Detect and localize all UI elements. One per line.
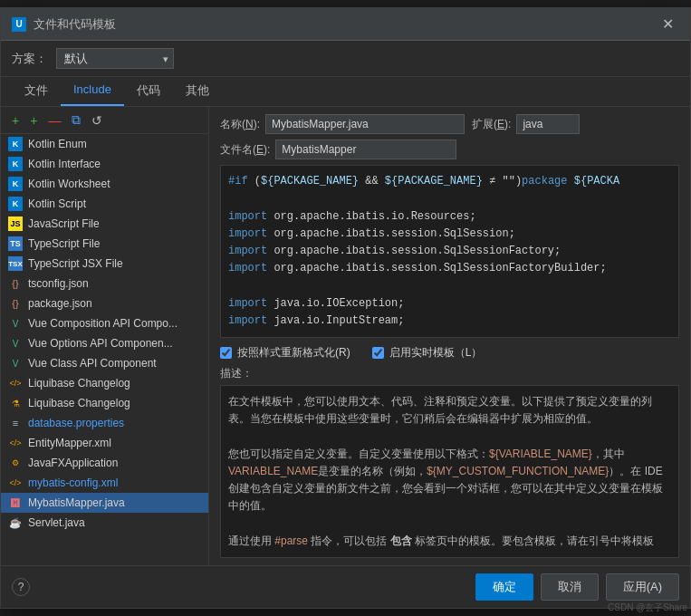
cancel-button[interactable]: 取消: [541, 573, 599, 601]
footer-buttons: ? 确定 取消 应用(A) CSDN @玄子Share: [1, 565, 690, 608]
liquibase-icon: ⚗: [8, 396, 23, 410]
right-panel: 名称(N): 扩展(E): 文件名(E): #if (${PACKAGE_NAM…: [209, 107, 690, 564]
ext-label: 扩展(E):: [472, 117, 511, 132]
entity-mapper-icon: </>: [8, 436, 23, 450]
js-file-icon: JS: [8, 217, 23, 231]
file-item-label: mybatis-config.xml: [28, 476, 118, 489]
code-line: import org.apache.ibatis.session.SqlSess…: [228, 260, 671, 277]
package-json-icon: {}: [8, 296, 23, 311]
live-template-checkbox-group: 启用实时模板（L）: [372, 345, 483, 361]
file-item-label: Vue Options API Componen...: [28, 337, 173, 350]
kotlin-interface-icon: K: [8, 157, 23, 171]
desc-para-3: 通过使用 #parse 指令，可以包括 包含 标签页中的模板。要包含模板，请在引…: [228, 533, 671, 550]
add-button-2[interactable]: +: [26, 111, 41, 130]
dialog: U 文件和代码模板 ✕ 方案： 默认 文件 Include 代码 其他 + + …: [0, 7, 691, 608]
file-item-label: TypeScript JSX File: [28, 257, 123, 270]
close-button[interactable]: ✕: [657, 14, 679, 34]
vue-composition-icon: V: [8, 316, 23, 331]
file-item-label: MybatisMapper.java: [28, 496, 125, 509]
remove-button[interactable]: —: [44, 111, 64, 130]
kotlin-enum-icon: K: [8, 137, 23, 151]
confirm-button[interactable]: 确定: [475, 573, 533, 601]
list-item[interactable]: TS TypeScript File: [1, 234, 208, 254]
file-toolbar: + + — ⧉ ↺: [1, 107, 208, 134]
file-item-label: TypeScript File: [28, 237, 100, 250]
filename-input[interactable]: [275, 140, 456, 159]
app-icon: U: [12, 17, 26, 32]
ext-input[interactable]: [516, 114, 580, 134]
list-item[interactable]: K Kotlin Script: [1, 194, 208, 214]
scheme-label: 方案：: [12, 51, 47, 67]
apply-button[interactable]: 应用(A): [606, 573, 679, 601]
tabs-row: 文件 Include 代码 其他: [1, 77, 690, 107]
filename-row: 文件名(E):: [209, 138, 690, 165]
footer-left: ?: [12, 573, 30, 601]
dialog-title: 文件和代码模板: [34, 16, 116, 33]
mybatis-mapper-icon: 🅼: [8, 496, 23, 510]
file-item-label: Liquibase Changelog: [28, 377, 130, 390]
name-input[interactable]: [265, 114, 465, 134]
liquibase-xml-icon: </>: [8, 376, 23, 390]
file-item-label: Vue Composition API Compo...: [28, 317, 178, 330]
servlet-icon: ☕: [8, 515, 23, 530]
add-button-1[interactable]: +: [8, 111, 23, 130]
list-item[interactable]: {} package.json: [1, 294, 208, 313]
refresh-button[interactable]: ↺: [88, 111, 106, 130]
reformat-checkbox-group: 按照样式重新格式化(R): [220, 345, 350, 361]
list-item[interactable]: JS JavaScript File: [1, 214, 208, 234]
tsx-file-icon: TSX: [8, 256, 23, 271]
desc-label: 描述：: [209, 364, 690, 383]
desc-box: 在文件模板中，您可以使用文本、代码、注释和预定义变量。以下提供了预定义变量的列表…: [220, 385, 679, 558]
checkbox-row: 按照样式重新格式化(R) 启用实时模板（L）: [209, 342, 690, 364]
db-props-icon: ≡: [8, 416, 23, 430]
copy-button[interactable]: ⧉: [68, 111, 84, 130]
kotlin-worksheet-icon: K: [8, 177, 23, 191]
javafx-icon: ⚙: [8, 456, 23, 470]
code-line: import org.apache.ibatis.io.Resources;: [228, 208, 671, 226]
tab-code[interactable]: 代码: [124, 77, 173, 106]
file-item-label: JavaFXApplication: [28, 457, 118, 469]
desc-para-2: 您也可以指定自定义变量。自定义变量使用以下格式：${VARIABLE_NAME}…: [228, 446, 671, 515]
file-item-label: database.properties: [28, 417, 124, 429]
scheme-select[interactable]: 默认: [56, 48, 174, 69]
list-item[interactable]: TSX TypeScript JSX File: [1, 254, 208, 274]
code-line: import java.io.InputStream;: [228, 313, 671, 330]
title-bar-left: U 文件和代码模板: [12, 16, 116, 33]
list-item[interactable]: K Kotlin Interface: [1, 154, 208, 174]
help-button[interactable]: ?: [12, 578, 30, 596]
file-item-label: EntityMapper.xml: [28, 437, 111, 449]
file-list: K Kotlin Enum K Kotlin Interface K Kotli…: [1, 134, 208, 564]
file-item-label: Servlet.java: [28, 516, 85, 529]
scheme-row: 方案： 默认: [1, 41, 690, 77]
code-line: import org.apache.ibatis.session.SqlSess…: [228, 226, 671, 243]
list-item[interactable]: ≡ database.properties: [1, 413, 208, 433]
list-item[interactable]: </> mybatis-config.xml: [1, 473, 208, 493]
code-line: [228, 191, 671, 208]
tab-other[interactable]: 其他: [173, 77, 222, 106]
list-item[interactable]: ⚙ JavaFXApplication: [1, 453, 208, 473]
reformat-checkbox[interactable]: [220, 347, 232, 359]
list-item[interactable]: </> EntityMapper.xml: [1, 433, 208, 453]
list-item[interactable]: V Vue Options API Componen...: [1, 333, 208, 353]
tab-include[interactable]: Include: [61, 77, 124, 106]
code-line: #if (${PACKAGE_NAME} && ${PACKAGE_NAME} …: [228, 173, 671, 190]
code-editor[interactable]: #if (${PACKAGE_NAME} && ${PACKAGE_NAME} …: [220, 165, 679, 338]
vue-class-icon: V: [8, 356, 23, 371]
list-item[interactable]: K Kotlin Worksheet: [1, 174, 208, 194]
title-bar: U 文件和代码模板 ✕: [1, 8, 690, 41]
list-item[interactable]: K Kotlin Enum: [1, 134, 208, 154]
list-item[interactable]: {} tsconfig.json: [1, 274, 208, 294]
file-item-label: JavaScript File: [28, 217, 100, 230]
list-item[interactable]: </> Liquibase Changelog: [1, 373, 208, 393]
code-line: [228, 277, 671, 294]
file-item-label: Liquibase Changelog: [28, 397, 130, 409]
live-template-label: 启用实时模板（L）: [389, 345, 483, 361]
list-item[interactable]: V Vue Composition API Compo...: [1, 313, 208, 333]
file-item-label: tsconfig.json: [28, 277, 89, 290]
list-item[interactable]: ⚗ Liquibase Changelog: [1, 393, 208, 413]
list-item-selected[interactable]: 🅼 MybatisMapper.java: [1, 493, 208, 513]
tab-file[interactable]: 文件: [12, 77, 61, 106]
live-template-checkbox[interactable]: [372, 347, 384, 359]
list-item[interactable]: V Vue Class API Component: [1, 353, 208, 373]
list-item[interactable]: ☕ Servlet.java: [1, 513, 208, 533]
